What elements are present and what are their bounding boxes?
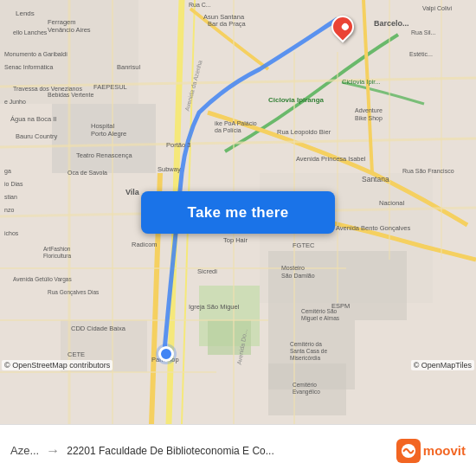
svg-text:Hospital: Hospital xyxy=(91,122,114,130)
svg-text:Portão 3: Portão 3 xyxy=(166,141,190,149)
svg-text:io Dias: io Dias xyxy=(4,181,23,187)
svg-text:CETE: CETE xyxy=(68,351,85,358)
osm-attribution: © OpenStreetMap contributors xyxy=(2,360,113,370)
svg-text:Ciclovia Ipir...: Ciclovia Ipir... xyxy=(342,78,381,86)
svg-text:Porto Alegre: Porto Alegre xyxy=(91,130,126,138)
svg-text:Água na Boca II: Água na Boca II xyxy=(10,115,56,123)
svg-text:Cemitério: Cemitério xyxy=(293,382,317,388)
svg-text:Nacional: Nacional xyxy=(379,199,405,207)
svg-text:Adventure: Adventure xyxy=(355,107,383,113)
svg-text:Valpi Colivi: Valpi Colivi xyxy=(422,5,453,12)
svg-text:Vila: Vila xyxy=(125,188,140,196)
moovit-logo: moovit xyxy=(396,439,466,463)
svg-text:Floricultura: Floricultura xyxy=(43,253,72,259)
svg-text:Rua Sil...: Rua Sil... xyxy=(411,29,435,35)
svg-text:Evangélico: Evangélico xyxy=(293,389,320,396)
svg-text:ike PoA Palácio: ike PoA Palácio xyxy=(215,120,257,126)
origin-marker xyxy=(158,346,174,362)
take-me-there-button[interactable]: Take me there xyxy=(141,191,335,234)
svg-text:Avenida Bento Gonçalves: Avenida Bento Gonçalves xyxy=(336,224,410,232)
svg-text:Banrisul: Banrisul xyxy=(117,63,140,71)
svg-text:Travessa dos Venezianos: Travessa dos Venezianos xyxy=(13,86,82,92)
svg-text:Subway: Subway xyxy=(158,165,181,173)
svg-text:Cemitério da: Cemitério da xyxy=(290,341,322,347)
svg-text:ichos: ichos xyxy=(4,230,19,236)
svg-text:ArtFashion: ArtFashion xyxy=(43,246,71,252)
svg-text:Estétic...: Estétic... xyxy=(409,51,433,57)
svg-text:Santana: Santana xyxy=(362,175,389,183)
svg-text:Misericórdia: Misericórdia xyxy=(290,355,320,361)
svg-text:Rua Gonçalves Dias: Rua Gonçalves Dias xyxy=(48,289,100,296)
svg-text:Bauru Country: Bauru Country xyxy=(16,132,58,140)
svg-text:Rua C...: Rua C... xyxy=(189,2,211,8)
svg-text:Avenida Getúlio Vargas: Avenida Getúlio Vargas xyxy=(13,276,72,283)
svg-text:Ciclovia Ipiranga: Ciclovia Ipiranga xyxy=(268,96,325,104)
destination-label: 22201 Faculdade De Biblioteconomia E Co.… xyxy=(67,445,396,457)
svg-rect-2 xyxy=(52,104,156,173)
svg-text:stian: stian xyxy=(4,194,17,200)
destination-marker xyxy=(331,16,354,45)
svg-text:Radicom: Radicom xyxy=(132,241,158,248)
svg-text:da Polícia: da Polícia xyxy=(215,127,241,133)
svg-text:Cemitério São: Cemitério São xyxy=(301,308,338,314)
svg-text:Igreja São Miguel: Igreja São Miguel xyxy=(189,303,240,311)
direction-arrow: → xyxy=(46,443,60,459)
svg-text:nzo: nzo xyxy=(4,207,14,213)
svg-text:Bar da Praça: Bar da Praça xyxy=(208,20,247,28)
origin-label: Aze... xyxy=(10,444,39,457)
svg-text:Rua Leopoldo Bier: Rua Leopoldo Bier xyxy=(277,128,331,136)
svg-text:ga: ga xyxy=(4,168,11,175)
svg-text:ello Lanches: ello Lanches xyxy=(13,29,48,35)
svg-text:Lends: Lends xyxy=(16,10,35,17)
svg-text:Teatro Renascença: Teatro Renascença xyxy=(76,151,132,159)
svg-text:FGTEC: FGTEC xyxy=(293,241,315,249)
svg-text:Sicredi: Sicredi xyxy=(197,267,217,275)
svg-text:Rua São Francisco: Rua São Francisco xyxy=(402,168,454,174)
moovit-icon xyxy=(396,439,421,463)
svg-text:e Junho: e Junho xyxy=(4,99,26,105)
map-container: Lends Ferragem Venâncio Aires Asun Santa… xyxy=(0,0,476,424)
svg-text:São Damlão: São Damlão xyxy=(281,273,315,279)
svg-text:Avenida Princesa Isabel: Avenida Princesa Isabel xyxy=(296,155,366,163)
svg-text:Top Hair: Top Hair xyxy=(223,236,248,244)
svg-text:Mosteiro: Mosteiro xyxy=(281,265,305,271)
svg-text:Santa Casa de: Santa Casa de xyxy=(290,348,327,354)
svg-text:Oca de Savola: Oca de Savola xyxy=(68,170,107,176)
bottom-bar: Aze... → 22201 Faculdade De Bibliotecono… xyxy=(0,424,476,476)
svg-text:Senac Informática: Senac Informática xyxy=(4,64,54,70)
svg-text:Venâncio Aires: Venâncio Aires xyxy=(48,26,91,34)
moovit-text: moovit xyxy=(423,443,466,458)
svg-text:Barcelo...: Barcelo... xyxy=(374,19,409,28)
svg-text:CDD Cidade Baixa: CDD Cidade Baixa xyxy=(71,325,126,332)
omt-attribution: © OpenMapTiles xyxy=(411,360,474,370)
svg-text:Miguel e Almas: Miguel e Almas xyxy=(301,315,340,322)
moovit-svg xyxy=(401,443,416,459)
svg-text:FAEPESUL: FAEPESUL xyxy=(93,83,127,91)
svg-text:Ferragem: Ferragem xyxy=(48,18,76,26)
svg-text:Bike Shop: Bike Shop xyxy=(355,115,383,122)
svg-text:Bebidas Vertente: Bebidas Vertente xyxy=(48,92,93,98)
svg-text:Monumento a Garibaldi: Monumento a Garibaldi xyxy=(4,51,68,57)
